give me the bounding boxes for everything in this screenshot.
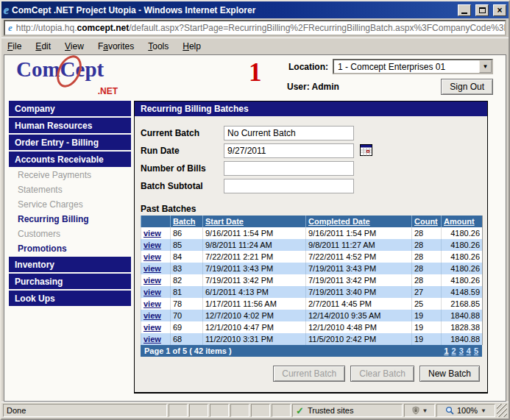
location-select[interactable]: 1 - Comcept Enterprises 01 ▼ bbox=[333, 59, 493, 74]
amount-cell: 4180.26 bbox=[442, 251, 483, 263]
status-pane bbox=[210, 404, 229, 417]
calendar-button[interactable] bbox=[359, 144, 372, 157]
view-link[interactable]: view bbox=[144, 288, 161, 296]
sidebar-item-recurring-billing[interactable]: Recurring Billing bbox=[9, 213, 131, 226]
count-cell: 28 bbox=[412, 239, 442, 251]
completed-date-cell: 9/8/2011 11:27 AM bbox=[306, 239, 412, 251]
menu-item-help[interactable]: Help bbox=[183, 41, 201, 51]
status-pane bbox=[230, 404, 249, 417]
column-header-amount[interactable]: Amount bbox=[442, 216, 483, 227]
sidebar-item-order-entry-billing[interactable]: Order Entry - Billing bbox=[9, 135, 131, 150]
start-date-cell: 12/7/2010 4:02 PM bbox=[203, 310, 306, 321]
site-header: ComCept .NET 1 Location: 1 - Comcept Ent… bbox=[4, 55, 506, 99]
batch-number-cell: 83 bbox=[171, 263, 203, 274]
view-link[interactable]: view bbox=[144, 323, 161, 332]
menu-item-file[interactable]: File bbox=[7, 41, 21, 51]
view-cell: view bbox=[141, 321, 171, 333]
count-cell: 28 bbox=[412, 251, 442, 263]
amount-cell: 4180.26 bbox=[442, 227, 483, 239]
close-button[interactable]: × bbox=[493, 4, 506, 16]
pager-page-link-5[interactable]: 5 bbox=[474, 346, 478, 355]
start-date-cell: 9/16/2011 1:54 PM bbox=[203, 227, 306, 239]
sidebar-item-look-ups[interactable]: Look Ups bbox=[9, 291, 131, 306]
menu-item-favorites[interactable]: Favorites bbox=[98, 41, 134, 51]
view-link[interactable]: view bbox=[144, 299, 161, 308]
amount-cell: 4148.59 bbox=[442, 286, 483, 298]
form-row-number-of-bills: Number of Bills bbox=[141, 160, 487, 176]
location-marker: 1 bbox=[249, 58, 262, 88]
zoom-button[interactable]: 100% ▼ bbox=[436, 404, 495, 417]
batch-subtotal-input[interactable] bbox=[224, 179, 354, 193]
sidebar-item-statements[interactable]: Statements bbox=[9, 183, 131, 196]
view-link[interactable]: view bbox=[144, 311, 161, 320]
minimize-icon bbox=[461, 13, 467, 14]
current-batch-input[interactable] bbox=[224, 126, 354, 140]
sidebar-item-receive-payments[interactable]: Receive Payments bbox=[9, 168, 131, 182]
view-link[interactable]: view bbox=[144, 252, 161, 261]
completed-date-cell: 11/5/2010 2:42 PM bbox=[306, 333, 412, 345]
status-pane bbox=[189, 404, 208, 417]
sign-out-button[interactable]: Sign Out bbox=[441, 79, 493, 95]
pager-page-link-4[interactable]: 4 bbox=[467, 346, 471, 355]
sidebar-item-customers[interactable]: Customers bbox=[9, 227, 131, 241]
pager-page-link-2[interactable]: 2 bbox=[452, 346, 456, 355]
view-cell: view bbox=[141, 239, 171, 251]
column-header-start-date[interactable]: Start Date bbox=[203, 216, 306, 227]
start-date-cell: 1/17/2011 11:56 AM bbox=[203, 298, 306, 310]
batch-number-cell: 68 bbox=[171, 333, 203, 345]
sidebar-item-purchasing[interactable]: Purchasing bbox=[9, 274, 131, 289]
start-date-cell: 12/1/2010 4:47 PM bbox=[203, 321, 306, 333]
batch-row: view6912/1/2010 4:47 PM12/1/2010 4:48 PM… bbox=[141, 321, 483, 333]
main-panel: Recurring Billing Batches Current Batch … bbox=[134, 101, 488, 394]
protected-mode-button[interactable]: ▼ bbox=[404, 404, 435, 417]
column-header-count[interactable]: Count bbox=[412, 216, 442, 227]
maximize-button[interactable] bbox=[475, 4, 489, 16]
current-batch-button: Current Batch bbox=[273, 366, 345, 382]
menu-bar: FileEditViewFavoritesToolsHelp bbox=[1, 38, 509, 54]
sidebar-item-company[interactable]: Company bbox=[9, 101, 131, 116]
column-header-batch[interactable]: Batch bbox=[171, 216, 203, 227]
view-link[interactable]: view bbox=[144, 241, 161, 249]
pager-status: Page 1 of 5 ( 42 items ) bbox=[144, 346, 232, 355]
column-header-view bbox=[141, 216, 171, 227]
view-link[interactable]: view bbox=[144, 264, 161, 273]
view-link[interactable]: view bbox=[144, 229, 161, 238]
sidebar-item-promotions[interactable]: Promotions bbox=[9, 242, 131, 255]
location-dropdown-button[interactable]: ▼ bbox=[479, 60, 492, 73]
url-text: http://utopia.hq.comcept.net/default.asp… bbox=[16, 23, 506, 33]
batch-number-cell: 84 bbox=[171, 251, 203, 263]
column-header-completed-date[interactable]: Completed Date bbox=[306, 216, 412, 227]
amount-cell: 1840.88 bbox=[442, 333, 483, 345]
zoom-level: 100% bbox=[457, 406, 478, 415]
completed-date-cell: 7/22/2011 4:52 PM bbox=[306, 251, 412, 263]
amount-cell: 1840.88 bbox=[442, 310, 483, 321]
sidebar-item-accounts-receivable[interactable]: Accounts Receivable bbox=[9, 152, 131, 167]
run-date-input[interactable] bbox=[224, 143, 354, 158]
batch-row: view837/19/2011 3:43 PM7/19/2011 3:43 PM… bbox=[141, 263, 483, 274]
view-link[interactable]: view bbox=[144, 335, 161, 344]
number-of-bills-input[interactable] bbox=[224, 161, 354, 176]
status-pane bbox=[251, 404, 270, 417]
start-date-cell: 7/19/2011 3:42 PM bbox=[203, 274, 306, 286]
new-batch-button[interactable]: New Batch bbox=[419, 366, 480, 382]
sidebar-item-inventory[interactable]: Inventory bbox=[9, 257, 131, 272]
menu-item-edit[interactable]: Edit bbox=[35, 41, 51, 51]
close-icon: × bbox=[497, 6, 502, 15]
clear-batch-button: Clear Batch bbox=[350, 366, 414, 382]
url-domain: comcept.net bbox=[77, 23, 130, 33]
view-link[interactable]: view bbox=[144, 276, 161, 285]
url-prefix: http://utopia.hq. bbox=[16, 23, 77, 33]
table-header-row: BatchStart DateCompleted DateCountAmount bbox=[141, 216, 483, 227]
sidebar-item-service-charges[interactable]: Service Charges bbox=[9, 198, 131, 211]
address-input[interactable]: e http://utopia.hq.comcept.net/default.a… bbox=[4, 20, 506, 36]
menu-item-tools[interactable]: Tools bbox=[148, 41, 169, 51]
sidebar-item-human-resources[interactable]: Human Resources bbox=[9, 118, 131, 133]
batch-row: view816/1/2011 4:13 PM7/19/2011 3:40 PM2… bbox=[141, 286, 483, 298]
security-zone-pane: ✓ Trusted sites bbox=[292, 404, 403, 417]
resize-grip[interactable] bbox=[497, 404, 507, 417]
pager-page-link-3[interactable]: 3 bbox=[459, 346, 464, 355]
amount-cell: 4180.26 bbox=[442, 274, 483, 286]
minimize-button[interactable] bbox=[458, 4, 471, 16]
menu-item-view[interactable]: View bbox=[65, 41, 84, 51]
count-cell: 28 bbox=[412, 263, 442, 274]
